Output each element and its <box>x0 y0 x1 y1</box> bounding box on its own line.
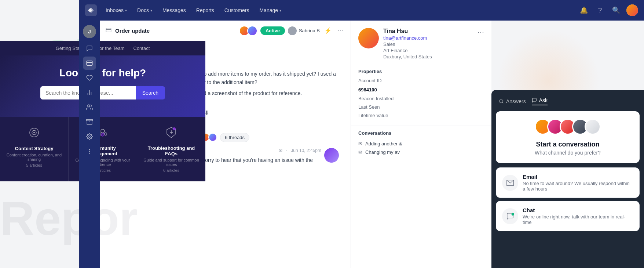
logo[interactable] <box>85 4 97 16</box>
beacon-card-desc-2: Guide and support for common issues <box>143 158 200 167</box>
customer-email[interactable]: tina@artfinance.com <box>383 35 473 41</box>
widget-tab-answers[interactable]: Answers <box>499 97 526 105</box>
beacon-card-icon-0 <box>6 126 62 142</box>
sidebar-item-settings[interactable] <box>83 130 96 143</box>
sidebar-user-avatar[interactable]: J <box>83 25 96 38</box>
nav-customers[interactable]: Customers <box>220 5 254 15</box>
widget-title: Start a conversation <box>503 141 632 150</box>
customer-profile-info: Tina Hsu tina@artfinance.com Sales Art F… <box>383 28 473 59</box>
nav-docs[interactable]: Docs ▾ <box>133 5 157 15</box>
sidebar-item-archive[interactable] <box>83 115 96 128</box>
beacon-nav-for-team[interactable]: For the Team <box>96 46 124 51</box>
beacon-card-2[interactable]: Troubleshooting and FAQs Guide and suppo… <box>137 117 205 181</box>
svg-point-11 <box>89 153 90 154</box>
property-last-seen: Last Seen <box>358 104 484 110</box>
profile-more-button[interactable]: ⋯ <box>477 28 484 36</box>
channel-email-desc: No time to wait around? We usually respo… <box>523 181 633 192</box>
left-sidebar: J <box>79 0 100 268</box>
conv-item-icon-0: ✉ <box>358 141 362 146</box>
nav-right-actions: 🔔 ? 🔍 <box>578 4 638 16</box>
svg-point-14 <box>33 132 35 133</box>
sidebar-item-inbox[interactable] <box>83 57 96 70</box>
beacon-card-title-0: Content Strategy <box>6 146 62 151</box>
svg-point-18 <box>101 133 104 136</box>
properties-title: Properties <box>358 69 484 74</box>
widget-tab-ask-label: Ask <box>539 97 548 103</box>
beacon-nav-contact[interactable]: Contact <box>133 46 150 51</box>
widget-main-card: Start a conversation What channel do you… <box>496 111 640 163</box>
beacon-nav: Getting Started For the Team Contact <box>0 41 205 55</box>
threads-button[interactable]: 6 threads <box>220 133 249 142</box>
beacon-card-0[interactable]: Content Strategy Content creation, curat… <box>0 117 69 181</box>
nav-items: Inboxes ▾ Docs ▾ Messages Reports Custom… <box>101 5 578 15</box>
svg-point-8 <box>89 136 91 138</box>
agent-name: Sabrina B <box>299 28 320 33</box>
search-icon[interactable]: 🔍 <box>610 4 622 16</box>
beacon-cards: Content Strategy Content creation, curat… <box>0 117 205 181</box>
sidebar-item-contacts[interactable] <box>83 71 96 84</box>
conversation-participants <box>239 26 257 36</box>
start-conversation-widget: Answers Ask Start a conversation What ch… <box>491 90 644 268</box>
beacon-search-button[interactable]: Search <box>136 86 165 99</box>
conv-item-icon-1: ✉ <box>358 149 362 155</box>
channel-email-info: Email No time to wait around? We usually… <box>523 174 633 192</box>
beacon-hero-title: Looking for help? <box>9 67 197 79</box>
property-account-id-value: 6964100 <box>358 86 484 93</box>
channel-chat-info: Chat We're online right now, talk with o… <box>523 207 633 225</box>
widget-av-5 <box>585 119 601 135</box>
property-lifetime: Lifetime Value <box>358 113 484 118</box>
svg-point-9 <box>89 149 90 150</box>
beacon-card-articles-0: 5 articles <box>6 163 62 167</box>
nav-manage[interactable]: Manage ▾ <box>255 5 286 15</box>
svg-rect-6 <box>87 119 93 121</box>
svg-line-24 <box>502 102 504 104</box>
svg-point-10 <box>89 151 90 152</box>
sidebar-item-chat[interactable] <box>83 42 96 55</box>
conv-item-1[interactable]: ✉ Changing my av <box>358 148 484 156</box>
top-nav: Inboxes ▾ Docs ▾ Messages Reports Custom… <box>79 0 644 21</box>
beacon-hero: Looking for help? Search <box>0 55 205 117</box>
agent-avatar <box>288 26 297 35</box>
lightning-action-button[interactable]: ⚡ <box>323 26 333 36</box>
conv-item-0[interactable]: ✉ Adding another & <box>358 140 484 148</box>
nav-messages[interactable]: Messages <box>158 5 190 15</box>
account-id-label: Account ID <box>358 78 382 83</box>
reply-dot: · <box>286 148 287 153</box>
conv-header-right: Active Sabrina B ⚡ ⋯ <box>239 26 345 36</box>
svg-point-5 <box>88 105 90 107</box>
customer-company: Art Finance <box>383 48 473 53</box>
help-icon[interactable]: ? <box>594 4 606 16</box>
conversation-status-badge[interactable]: Active <box>260 26 285 35</box>
last-seen-label: Last Seen <box>358 104 380 110</box>
channel-chat-name: Chat <box>523 207 633 213</box>
conversation-type-icon <box>106 27 111 35</box>
channel-chat-desc: We're online right now, talk with our te… <box>523 214 633 225</box>
assigned-agent[interactable]: Sabrina B <box>288 26 320 35</box>
beacon-label: Beacon Installed <box>358 96 394 101</box>
svg-point-15 <box>101 129 105 133</box>
customer-department: Sales <box>383 41 473 47</box>
lifetime-label: Lifetime Value <box>358 113 388 118</box>
notifications-icon[interactable]: 🔔 <box>578 4 590 16</box>
sidebar-item-reports[interactable] <box>83 86 96 99</box>
more-options-button[interactable]: ⋯ <box>336 26 345 36</box>
customer-info-panel: Tina Hsu tina@artfinance.com Sales Art F… <box>351 21 491 268</box>
reply-avatar <box>324 148 339 163</box>
widget-tab-ask[interactable]: Ask <box>532 97 548 105</box>
chevron-down-icon: ▾ <box>150 8 152 12</box>
channel-email-option[interactable]: Email No time to wait around? We usually… <box>496 167 640 198</box>
customer-profile-avatar <box>358 28 379 48</box>
nav-reports[interactable]: Reports <box>192 5 219 15</box>
nav-inboxes[interactable]: Inboxes ▾ <box>101 5 131 15</box>
participant-avatar-2 <box>247 26 257 36</box>
svg-point-19 <box>173 127 176 130</box>
reply-time: Jun 10, 2:45pm <box>291 148 321 153</box>
conversations-section: Conversations ✉ Adding another & ✉ Chang… <box>351 126 491 161</box>
user-avatar[interactable] <box>626 4 638 16</box>
widget-tabs: Answers Ask <box>499 97 548 105</box>
beacon-card-articles-2: 6 articles <box>143 168 200 173</box>
sidebar-item-more[interactable] <box>83 145 96 158</box>
channel-chat-option[interactable]: Chat We're online right now, talk with o… <box>496 201 640 231</box>
sidebar-item-users[interactable] <box>83 101 96 114</box>
customer-name: Tina Hsu <box>383 28 473 35</box>
